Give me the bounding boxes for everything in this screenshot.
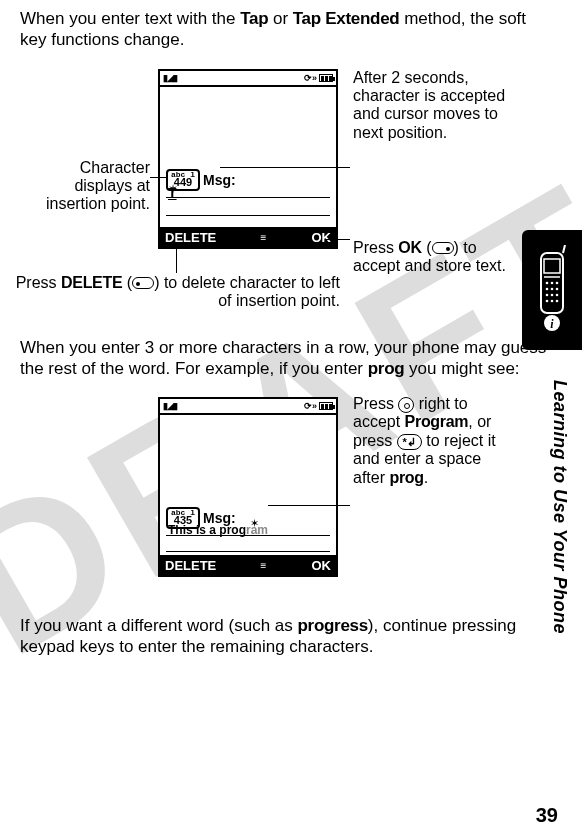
battery-icon: [319, 402, 333, 410]
callout-press-delete: Press DELETE () to delete character to l…: [10, 274, 340, 311]
text: you might see:: [404, 359, 519, 378]
softkey-ok[interactable]: OK: [311, 230, 331, 245]
battery-area: ⟳»: [304, 73, 333, 83]
text-line: [166, 215, 330, 216]
svg-point-3: [546, 282, 549, 285]
connector: [268, 505, 350, 506]
entered-character: T: [168, 185, 177, 201]
text-line: [166, 197, 330, 198]
softkey-menu[interactable]: ≡: [260, 560, 267, 571]
softkey-delete[interactable]: DELETE: [165, 230, 216, 245]
status-bar: ▮◢▮ ⟳»: [160, 71, 336, 87]
signal-icon: ▮◢▮: [163, 401, 177, 411]
text: or: [268, 9, 293, 28]
screen-body: abc l 435 Msg: ✶ This is a program: [160, 415, 336, 555]
svg-point-6: [546, 288, 549, 291]
intro-paragraph: When you enter text with the Tap or Tap …: [20, 8, 552, 51]
phone-screen-2: ▮◢▮ ⟳» abc l 435 Msg: ✶ This is a progra…: [158, 397, 338, 577]
text: .: [424, 469, 428, 486]
svg-point-10: [551, 294, 554, 297]
battery-icon: [319, 74, 333, 82]
signal-icon: ▮◢▮: [163, 73, 177, 83]
svg-point-4: [551, 282, 554, 285]
delete-label: DELETE: [61, 274, 122, 291]
figure-1: ▮◢▮ ⟳» abc l 449 Msg: ✶ T: [20, 69, 552, 319]
text: ) to delete character to left of inserti…: [154, 274, 340, 309]
svg-rect-1: [544, 259, 560, 273]
connector: [220, 167, 350, 168]
text: When you enter text with the: [20, 9, 240, 28]
ok-label: OK: [398, 239, 421, 256]
text: (: [422, 239, 432, 256]
outro-paragraph: If you want a different word (such as pr…: [20, 615, 552, 658]
softkey-ok[interactable]: OK: [311, 558, 331, 573]
tap-method: Tap: [240, 9, 268, 28]
phone-screen-1: ▮◢▮ ⟳» abc l 449 Msg: ✶ T: [158, 69, 338, 249]
softkey-delete[interactable]: DELETE: [165, 558, 216, 573]
battery-area: ⟳»: [304, 401, 333, 411]
svg-point-11: [556, 294, 559, 297]
program-word: Program: [405, 413, 469, 430]
softkey-menu[interactable]: ≡: [260, 232, 267, 243]
svg-point-7: [551, 288, 554, 291]
svg-line-15: [563, 245, 565, 253]
connector: [176, 247, 177, 273]
delete-key-icon: [132, 277, 154, 289]
nav-key-icon: [398, 397, 414, 413]
svg-point-9: [546, 294, 549, 297]
callout-insertion-point: Character displays at insertion point.: [30, 159, 150, 214]
callout-predictive: Press right to accept Program, or press …: [353, 395, 513, 487]
text: (: [122, 274, 132, 291]
svg-point-13: [551, 300, 554, 303]
ok-key-icon: [432, 242, 454, 254]
text: Press: [16, 274, 61, 291]
text: If you want a different word (such as: [20, 616, 298, 635]
prog-word: prog: [368, 359, 405, 378]
star-key-icon: *↲: [397, 434, 422, 450]
svg-point-14: [556, 300, 559, 303]
callout-press-ok: Press OK () to accept and store text.: [353, 239, 513, 276]
vibrate-icon: ⟳»: [304, 73, 317, 83]
mid-paragraph: When you enter 3 or more characters in a…: [20, 337, 552, 380]
chapter-tab: i: [522, 230, 582, 350]
callout-cursor-advance: After 2 seconds, character is accepted a…: [353, 69, 513, 143]
msg-label: Msg:: [203, 172, 236, 188]
connector: [325, 239, 350, 240]
vibrate-icon: ⟳»: [304, 401, 317, 411]
text-line: [166, 535, 330, 536]
progress-word: progress: [298, 616, 368, 635]
tap-extended-method: Tap Extended: [293, 9, 400, 28]
figure-2: ▮◢▮ ⟳» abc l 435 Msg: ✶ This is a progra…: [20, 397, 552, 597]
screen-body: abc l 449 Msg: ✶ T: [160, 87, 336, 227]
connector: [150, 177, 168, 178]
phone-icon: i: [534, 245, 570, 335]
prog-word: prog: [389, 469, 423, 486]
status-bar: ▮◢▮ ⟳»: [160, 399, 336, 415]
svg-point-5: [556, 282, 559, 285]
softkey-bar: DELETE ≡ OK: [160, 555, 336, 575]
text: Press: [353, 239, 398, 256]
svg-point-12: [546, 300, 549, 303]
page-number: 39: [536, 804, 558, 827]
text: Press: [353, 395, 398, 412]
softkey-bar: DELETE ≡ OK: [160, 227, 336, 247]
svg-point-8: [556, 288, 559, 291]
text-line: [166, 551, 330, 552]
